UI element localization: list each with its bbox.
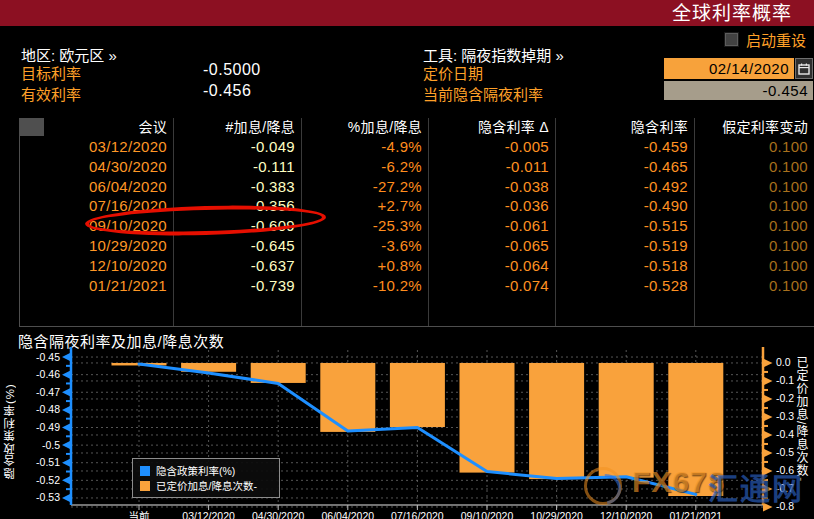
svg-text:-0.48: -0.48 [36, 403, 60, 415]
calendar-button[interactable] [795, 58, 813, 79]
table-cell: -0.005 [428, 137, 555, 157]
target-rate-value: -0.5000 [203, 61, 261, 79]
bar-series-swatch [140, 481, 150, 491]
table-cell: -0.518 [555, 256, 694, 276]
implied-rate-chart: 当前03/12/202004/30/202006/04/202007/16/20… [0, 345, 814, 519]
table-cell: -0.049 [173, 137, 301, 157]
calendar-icon [798, 63, 810, 75]
svg-text:-0.8: -0.8 [776, 500, 794, 512]
table-cell: -0.528 [555, 276, 694, 296]
bar [390, 363, 445, 427]
bar [599, 363, 654, 478]
table-cell: +0.8% [301, 256, 428, 276]
bar [460, 363, 515, 473]
table-cell: -27.2% [301, 177, 428, 197]
table-cell: -0.065 [428, 236, 555, 256]
svg-text:-0.1: -0.1 [776, 374, 794, 386]
bar [668, 363, 723, 496]
table-cell: -0.465 [555, 157, 694, 177]
svg-text:04/30/2020: 04/30/2020 [252, 510, 305, 519]
table-cell: -0.074 [428, 276, 555, 296]
table-cell: 03/12/2020 [0, 137, 173, 157]
table-cell: 0.100 [694, 276, 814, 296]
column-divider [694, 118, 695, 327]
table-cell: 0.100 [694, 177, 814, 197]
svg-text:-0.53: -0.53 [36, 491, 60, 503]
left-axis: -0.45-0.46-0.47-0.48-0.49-0.5-0.51-0.52-… [36, 347, 71, 505]
table-cell: -10.2% [301, 276, 428, 296]
pricing-date-input[interactable]: 02/14/2020 [664, 58, 794, 79]
svg-text:-0.2: -0.2 [776, 392, 794, 404]
table-cell: 01/21/2021 [0, 276, 173, 296]
table-cell: 0.100 [694, 157, 814, 177]
table-cell: -4.9% [301, 137, 428, 157]
svg-text:-0.52: -0.52 [36, 474, 60, 486]
svg-text:-0.45: -0.45 [36, 351, 60, 363]
svg-text:06/04/2020: 06/04/2020 [322, 510, 375, 519]
column-header: 隐含利率 [555, 118, 694, 137]
column-header: 假定利率变动 [694, 118, 814, 137]
table-cell: -0.637 [173, 256, 301, 276]
reset-checkbox[interactable] [724, 32, 739, 47]
table-cell: -3.6% [301, 236, 428, 256]
table-cell: 0.100 [694, 216, 814, 236]
svg-text:-0.5: -0.5 [776, 446, 794, 458]
table-cell: -0.492 [555, 177, 694, 197]
page-title: 全球利率概率 [672, 1, 792, 26]
table-cell: -0.459 [555, 137, 694, 157]
svg-text:03/12/2020: 03/12/2020 [182, 510, 235, 519]
svg-text:07/16/2020: 07/16/2020 [391, 510, 444, 519]
left-axis-label: 隐含政策利率(%) [2, 356, 18, 506]
chart-legend: 隐含政策利率(%) 已定价加息/降息次数- [132, 458, 280, 498]
svg-text:-0.7: -0.7 [776, 482, 794, 494]
table-cell: -0.011 [428, 157, 555, 177]
svg-text:10/29/2020: 10/29/2020 [530, 510, 583, 519]
svg-text:-0.49: -0.49 [36, 421, 60, 433]
legend-label: 已定价加息/降息次数- [156, 478, 257, 493]
effective-rate-value: -0.456 [203, 82, 251, 100]
table-cell: -6.2% [301, 157, 428, 177]
table-cell: -0.383 [173, 177, 301, 197]
svg-text:-0.6: -0.6 [776, 464, 794, 476]
table-cell: -0.490 [555, 196, 694, 216]
column-divider [555, 118, 556, 327]
svg-text:-0.47: -0.47 [36, 386, 60, 398]
bar [320, 363, 375, 432]
column-header: #加息/降息 [173, 118, 301, 137]
svg-text:当前: 当前 [129, 510, 150, 519]
reset-label: 启动重设 [746, 29, 806, 50]
svg-text:12/10/2020: 12/10/2020 [600, 510, 653, 519]
right-axis-label: 已定价加息/降息次数- [793, 356, 810, 508]
table-cell: 04/30/2020 [0, 157, 173, 177]
table-cell: -0.739 [173, 276, 301, 296]
table-cell: -0.061 [428, 216, 555, 236]
svg-text:-0.5: -0.5 [42, 439, 60, 451]
legend-item: 隐含政策利率(%) [140, 463, 273, 478]
legend-label: 隐含政策利率(%) [156, 463, 235, 478]
bar [529, 363, 584, 479]
table-cell: -0.645 [173, 236, 301, 256]
svg-text:-0.3: -0.3 [776, 410, 794, 422]
table-cell: -0.519 [555, 236, 694, 256]
table-cell: -0.064 [428, 256, 555, 276]
svg-text:-0.4: -0.4 [776, 428, 794, 440]
table-border [19, 118, 20, 327]
reset-row: 启动重设 [724, 29, 806, 50]
table-cell: 0.100 [694, 137, 814, 157]
legend-item: 已定价加息/降息次数- [140, 478, 273, 493]
target-rate-label: 目标利率 [21, 62, 81, 83]
svg-text:0.0: 0.0 [776, 356, 791, 368]
table-border [19, 326, 814, 327]
table-cell: 10/29/2020 [0, 236, 173, 256]
table-cell: -0.515 [555, 216, 694, 236]
table-cell: -0.111 [173, 157, 301, 177]
line-series-swatch [140, 466, 150, 476]
svg-text:-0.46: -0.46 [36, 368, 60, 380]
implied-overnight-value: -0.454 [664, 81, 813, 100]
column-header: %加息/降息 [301, 118, 428, 137]
svg-text:-0.51: -0.51 [36, 456, 60, 468]
implied-overnight-label: 当前隐含隔夜利率 [423, 83, 543, 104]
table-cell: 0.100 [694, 236, 814, 256]
right-axis: 0.0-0.1-0.2-0.3-0.4-0.5-0.6-0.7-0.8 [763, 347, 794, 512]
table-cell: 0.100 [694, 256, 814, 276]
